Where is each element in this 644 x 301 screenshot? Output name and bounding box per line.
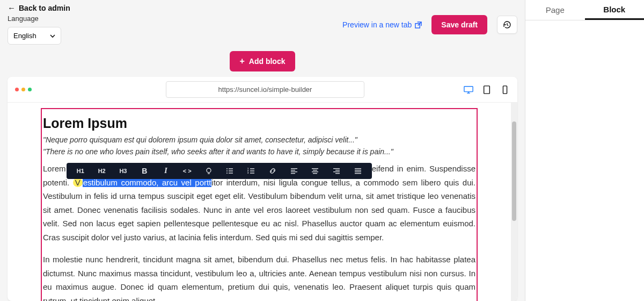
add-block-label: Add block [249,57,286,66]
svg-text:3: 3 [247,171,249,174]
svg-rect-8 [229,170,233,171]
arrow-left-icon: ← [8,3,16,12]
url-input[interactable] [166,81,364,98]
svg-rect-2 [484,85,490,93]
svg-point-5 [226,168,228,169]
svg-rect-25 [333,168,340,169]
canvas-frame: Lorem Ipsum "Neque porro quisquam est qu… [8,77,517,301]
quote-2: "There is no one who loves pain itself, … [43,146,475,158]
svg-rect-10 [229,173,233,173]
svg-rect-17 [291,168,297,169]
align-right-button[interactable] [326,163,347,179]
desktop-icon[interactable] [464,85,473,94]
align-left-button[interactable] [283,163,305,179]
bold-button[interactable]: B [134,163,155,179]
bullet-list-button[interactable] [219,163,240,179]
h3-button[interactable]: H3 [113,163,134,179]
svg-rect-19 [291,171,297,172]
back-label: Back to admin [19,4,70,12]
svg-rect-18 [291,170,295,170]
history-icon [503,20,511,29]
align-justify-button[interactable] [347,163,369,179]
h1-button[interactable]: H1 [70,163,91,179]
svg-rect-23 [312,171,318,172]
italic-button[interactable]: I [155,163,177,179]
svg-point-9 [226,173,228,174]
save-draft-button[interactable]: Save draft [431,15,487,34]
ordered-list-button[interactable]: 123 [240,163,262,179]
svg-rect-30 [355,170,361,170]
svg-rect-11 [250,168,254,169]
bulb-button[interactable] [198,163,219,179]
svg-rect-22 [313,170,317,170]
svg-point-7 [226,170,228,171]
traffic-lights [15,88,32,91]
paragraph-2: In molestie nunc hendrerit, tincidunt ma… [43,253,475,301]
svg-rect-29 [355,168,361,169]
add-block-button[interactable]: + Add block [230,51,295,71]
svg-rect-21 [312,168,318,169]
tab-block[interactable]: Block [585,0,645,20]
quote-1: "Neque porro quisquam est qui dolorem ip… [43,134,475,146]
editor-block[interactable]: Lorem Ipsum "Neque porro quisquam est qu… [41,108,478,301]
side-panel: Page Block [525,0,644,301]
page-title: Lorem Ipsum [43,116,475,131]
svg-point-4 [207,168,211,173]
align-center-button[interactable] [305,163,326,179]
h2-button[interactable]: H2 [91,163,113,179]
preview-label: Preview in a new tab [342,20,412,29]
cursor-highlight: V [73,178,83,187]
language-value: English [13,32,36,40]
svg-rect-31 [355,171,361,172]
history-button[interactable] [497,16,517,34]
tab-page[interactable]: Page [525,0,585,20]
vertical-scrollbar[interactable] [511,103,517,301]
scroll-thumb[interactable] [512,121,516,221]
back-to-admin-link[interactable]: ← Back to admin [8,3,70,12]
svg-rect-1 [464,86,473,91]
svg-rect-6 [229,168,233,169]
chevron-down-icon [50,33,55,39]
svg-rect-3 [503,85,507,93]
language-select[interactable]: English [8,27,61,45]
svg-rect-28 [335,173,340,174]
external-link-icon [415,22,422,28]
svg-rect-20 [291,173,295,174]
svg-rect-26 [335,170,340,170]
text-selection: estibulum commodo, arcu vel portt [83,178,212,187]
preview-link[interactable]: Preview in a new tab [342,20,422,29]
language-label: Language [8,15,70,23]
svg-rect-32 [355,173,361,174]
rich-text-toolbar: H1 H2 H3 B I < > 123 [67,163,372,179]
mobile-icon[interactable] [500,85,510,94]
svg-rect-12 [250,170,254,171]
svg-rect-27 [333,171,340,172]
plus-icon: + [239,56,244,66]
svg-rect-13 [250,173,254,173]
tablet-icon[interactable] [482,85,492,94]
link-button[interactable] [262,163,283,179]
code-button[interactable]: < > [177,163,198,179]
svg-rect-24 [313,173,317,174]
